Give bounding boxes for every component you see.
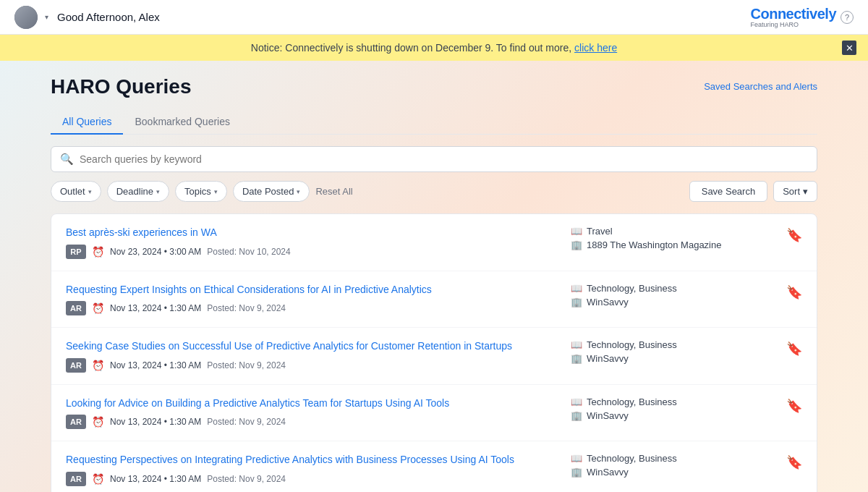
topics-filter-button[interactable]: Topics ▾ — [175, 181, 227, 202]
sort-button[interactable]: Sort ▾ — [773, 181, 817, 202]
avatar[interactable] — [14, 6, 38, 29]
category-info-0: 📖 Travel 🏢 1889 The Washington Magazine — [571, 226, 778, 250]
query-badge-2: AR — [66, 358, 86, 373]
category-text-0: Travel — [587, 226, 613, 237]
topics-chevron-icon: ▾ — [214, 188, 218, 195]
logo-subtext: Featuring HARO — [751, 21, 836, 28]
query-meta-4: AR ⏰ Nov 13, 2024 • 1:30 AM Posted: Nov … — [66, 472, 556, 486]
category-icon-2: 📖 — [571, 339, 582, 350]
category-icon-4: 📖 — [571, 453, 582, 464]
avatar-dropdown-icon[interactable]: ▾ — [45, 13, 48, 21]
outlet-row-3: 🏢 WinSavvy — [571, 410, 778, 421]
posted-date-3: Posted: Nov 9, 2024 — [207, 417, 286, 427]
logo-block: Connectively Featuring HARO — [751, 7, 836, 28]
posted-date-2: Posted: Nov 9, 2024 — [207, 360, 286, 370]
category-icon-3: 📖 — [571, 396, 582, 407]
filters-bar: Outlet ▾ Deadline ▾ Topics ▾ Date Posted… — [51, 181, 817, 202]
category-info-2: 📖 Technology, Business 🏢 WinSavvy — [571, 339, 778, 364]
outlet-chevron-icon: ▾ — [88, 188, 92, 195]
outlet-text-4: WinSavvy — [587, 467, 629, 478]
notice-close-button[interactable]: ✕ — [842, 41, 856, 55]
notice-text: Notice: Connectively is shutting down on… — [251, 42, 617, 54]
bookmark-button-2[interactable]: 🔖 — [786, 341, 802, 357]
date-posted-chevron-icon: ▾ — [297, 188, 300, 195]
query-left-4: Requesting Perspectives on Integrating P… — [66, 453, 556, 486]
tab-bookmarked-queries[interactable]: Bookmarked Queries — [123, 110, 242, 135]
search-icon: 🔍 — [60, 153, 74, 166]
bookmark-button-0[interactable]: 🔖 — [786, 227, 802, 243]
category-icon-1: 📖 — [571, 283, 582, 294]
category-text-3: Technology, Business — [587, 396, 677, 407]
category-row-3: 📖 Technology, Business — [571, 396, 778, 407]
outlet-icon-1: 🏢 — [571, 297, 582, 308]
save-search-button[interactable]: Save Search — [689, 181, 767, 202]
notice-banner: Notice: Connectively is shutting down on… — [0, 35, 868, 61]
category-row-4: 📖 Technology, Business — [571, 453, 778, 464]
page-header: HARO Queries Saved Searches and Alerts — [51, 75, 817, 98]
outlet-row-4: 🏢 WinSavvy — [571, 467, 778, 478]
outlet-text-3: WinSavvy — [587, 410, 629, 421]
queries-list: Best après-ski experiences in WA RP ⏰ No… — [51, 213, 817, 492]
deadline-date-0: Nov 23, 2024 • 3:00 AM — [110, 247, 201, 257]
logo-text: Connectively — [751, 7, 836, 21]
outlet-text-2: WinSavvy — [587, 353, 629, 364]
deadline-date-1: Nov 13, 2024 • 1:30 AM — [110, 303, 201, 313]
date-posted-filter-button[interactable]: Date Posted ▾ — [233, 181, 310, 202]
query-badge-3: AR — [66, 415, 86, 429]
query-badge-1: AR — [66, 301, 86, 315]
bookmark-button-3[interactable]: 🔖 — [786, 398, 802, 414]
main-content: HARO Queries Saved Searches and Alerts A… — [0, 61, 868, 492]
query-item: Best après-ski experiences in WA RP ⏰ No… — [51, 214, 817, 271]
bookmark-button-4[interactable]: 🔖 — [786, 454, 802, 470]
reset-all-button[interactable]: Reset All — [315, 186, 352, 197]
category-text-2: Technology, Business — [587, 339, 677, 350]
deadline-chevron-icon: ▾ — [156, 188, 160, 195]
clock-icon-4: ⏰ — [92, 473, 104, 485]
search-bar: 🔍 — [51, 146, 817, 172]
category-text-1: Technology, Business — [587, 283, 677, 294]
query-title-2[interactable]: Seeking Case Studies on Successful Use o… — [66, 339, 556, 354]
query-title-3[interactable]: Looking for Advice on Building a Predict… — [66, 396, 556, 411]
outlet-filter-button[interactable]: Outlet ▾ — [51, 181, 101, 202]
query-right-2: 📖 Technology, Business 🏢 WinSavvy 🔖 — [571, 339, 802, 364]
header-left: ▾ Good Afternoon, Alex — [14, 6, 160, 29]
query-meta-2: AR ⏰ Nov 13, 2024 • 1:30 AM Posted: Nov … — [66, 358, 556, 373]
notice-link[interactable]: click here — [574, 42, 617, 54]
outlet-text-1: WinSavvy — [587, 297, 629, 308]
query-right-3: 📖 Technology, Business 🏢 WinSavvy 🔖 — [571, 396, 802, 421]
query-title-4[interactable]: Requesting Perspectives on Integrating P… — [66, 453, 556, 467]
clock-icon-3: ⏰ — [92, 416, 104, 428]
posted-date-4: Posted: Nov 9, 2024 — [207, 474, 286, 484]
query-item: Looking for Advice on Building a Predict… — [51, 385, 817, 442]
saved-searches-link[interactable]: Saved Searches and Alerts — [704, 81, 817, 92]
outlet-icon-2: 🏢 — [571, 353, 582, 364]
header: ▾ Good Afternoon, Alex Connectively Feat… — [0, 0, 868, 35]
query-badge-0: RP — [66, 245, 86, 259]
outlet-icon-4: 🏢 — [571, 467, 582, 478]
query-item: Requesting Perspectives on Integrating P… — [51, 441, 817, 492]
posted-date-1: Posted: Nov 9, 2024 — [207, 303, 286, 313]
query-title-0[interactable]: Best après-ski experiences in WA — [66, 226, 556, 240]
clock-icon-2: ⏰ — [92, 360, 104, 371]
outlet-text-0: 1889 The Washington Magazine — [587, 239, 721, 250]
outlet-row-2: 🏢 WinSavvy — [571, 353, 778, 364]
outlet-row-0: 🏢 1889 The Washington Magazine — [571, 239, 778, 250]
query-left-1: Requesting Expert Insights on Ethical Co… — [66, 283, 556, 316]
bookmark-button-1[interactable]: 🔖 — [786, 284, 802, 300]
help-icon[interactable]: ? — [841, 11, 854, 24]
query-meta-3: AR ⏰ Nov 13, 2024 • 1:30 AM Posted: Nov … — [66, 415, 556, 429]
tab-all-queries[interactable]: All Queries — [51, 110, 123, 135]
query-item: Requesting Expert Insights on Ethical Co… — [51, 271, 817, 328]
deadline-filter-button[interactable]: Deadline ▾ — [107, 181, 169, 202]
notice-message: Notice: Connectively is shutting down on… — [251, 42, 571, 54]
deadline-date-4: Nov 13, 2024 • 1:30 AM — [110, 474, 201, 484]
deadline-date-3: Nov 13, 2024 • 1:30 AM — [110, 417, 201, 427]
query-meta-1: AR ⏰ Nov 13, 2024 • 1:30 AM Posted: Nov … — [66, 301, 556, 315]
query-item: Seeking Case Studies on Successful Use o… — [51, 328, 817, 385]
query-right-1: 📖 Technology, Business 🏢 WinSavvy 🔖 — [571, 283, 802, 308]
clock-icon-1: ⏰ — [92, 302, 104, 314]
category-info-4: 📖 Technology, Business 🏢 WinSavvy — [571, 453, 778, 478]
query-title-1[interactable]: Requesting Expert Insights on Ethical Co… — [66, 283, 556, 297]
category-row-0: 📖 Travel — [571, 226, 778, 237]
search-input[interactable] — [80, 153, 808, 165]
